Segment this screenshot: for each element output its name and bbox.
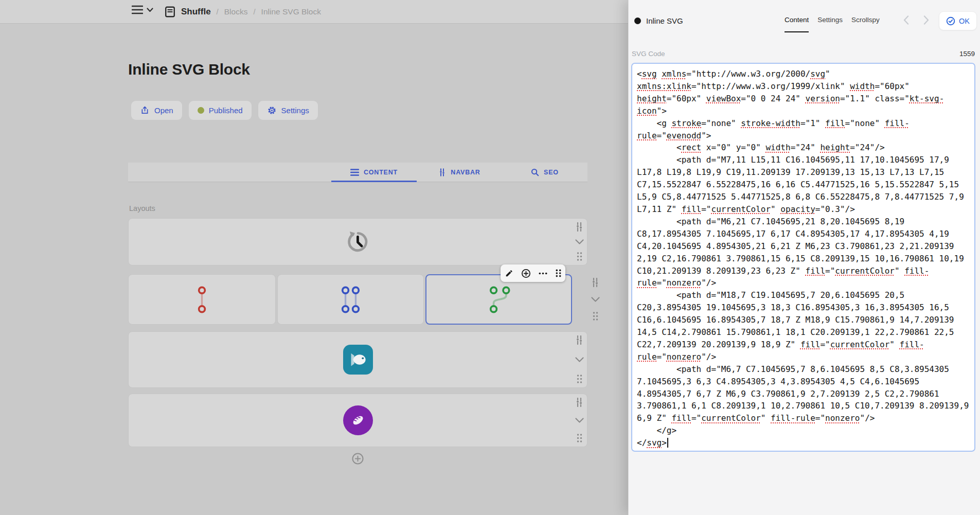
open-button-label: Open bbox=[154, 106, 173, 115]
ok-button[interactable]: OK bbox=[939, 11, 977, 30]
open-external-icon bbox=[140, 105, 150, 115]
breadcrumb-separator: / bbox=[253, 7, 255, 16]
block-settings-icon[interactable] bbox=[591, 278, 600, 287]
published-dot-icon bbox=[198, 107, 204, 114]
bread-icon bbox=[343, 405, 373, 435]
block-collapse-icon[interactable] bbox=[575, 357, 584, 362]
list-lines-icon bbox=[350, 169, 359, 176]
block-controls-rail bbox=[589, 278, 602, 321]
sliders-icon bbox=[438, 168, 446, 176]
settings-button[interactable]: Settings bbox=[258, 101, 318, 120]
hamburger-icon bbox=[132, 5, 143, 14]
block-drag-handle-icon[interactable] bbox=[576, 433, 583, 443]
tab-content-label: CONTENT bbox=[364, 169, 398, 176]
editor-canvas: Shuffle / Blocks / Inline SVG Block Inli… bbox=[0, 0, 628, 515]
git-branch-green-icon bbox=[485, 286, 512, 313]
breadcrumb-separator: / bbox=[217, 7, 219, 16]
svg-code-field-header: SVG Code 1559 bbox=[632, 50, 975, 58]
edit-pencil-icon[interactable] bbox=[505, 269, 513, 278]
layout-block-commits-blue[interactable] bbox=[277, 274, 424, 325]
panel-tab-scrollspy[interactable]: Scrollspy bbox=[851, 16, 880, 24]
breadcrumb-app[interactable]: Shuffle bbox=[181, 7, 211, 17]
layout-block-commit-red[interactable] bbox=[128, 274, 276, 325]
block-collapse-icon[interactable] bbox=[575, 239, 584, 244]
gear-icon bbox=[267, 105, 277, 115]
git-commits-blue-icon bbox=[337, 286, 364, 313]
tab-seo[interactable]: SEO bbox=[502, 163, 587, 182]
block-controls-rail bbox=[573, 398, 586, 443]
layout-block-bread[interactable] bbox=[128, 394, 587, 447]
block-settings-icon[interactable] bbox=[575, 398, 584, 407]
search-icon bbox=[531, 168, 539, 176]
top-bar: Shuffle / Blocks / Inline SVG Block bbox=[0, 0, 628, 24]
drag-handle-icon[interactable] bbox=[555, 269, 562, 277]
add-circle-icon[interactable] bbox=[521, 269, 531, 278]
block-drag-handle-icon[interactable] bbox=[576, 252, 583, 261]
svg-code-text: <svg xmlns="http://www.w3.org/2000/svg" … bbox=[637, 68, 970, 449]
journal-icon bbox=[165, 6, 175, 17]
panel-tab-settings[interactable]: Settings bbox=[817, 16, 843, 24]
history-clock-icon bbox=[346, 230, 370, 254]
block-collapse-icon[interactable] bbox=[575, 418, 584, 423]
fish-icon bbox=[343, 345, 373, 375]
chevron-down-icon bbox=[147, 8, 153, 12]
block-drag-handle-icon[interactable] bbox=[592, 311, 599, 321]
layout-row-1 bbox=[128, 218, 587, 265]
breadcrumb-section[interactable]: Blocks bbox=[224, 7, 248, 16]
block-editor-panel: Inline SVG Content Settings Scrollspy OK… bbox=[628, 0, 980, 515]
main-menu-button[interactable] bbox=[132, 5, 153, 14]
panel-tab-content[interactable]: Content bbox=[785, 16, 809, 24]
tab-seo-label: SEO bbox=[544, 169, 559, 176]
svg-code-editor[interactable]: <svg xmlns="http://www.w3.org/2000/svg" … bbox=[631, 63, 975, 452]
block-settings-icon[interactable] bbox=[575, 222, 584, 232]
page-title: Inline SVG Block bbox=[128, 61, 250, 78]
layouts-section-label: Layouts bbox=[129, 204, 155, 212]
block-controls-rail bbox=[573, 222, 586, 261]
plus-circle-icon bbox=[351, 452, 365, 466]
panel-tabs: Content Settings Scrollspy bbox=[785, 16, 880, 24]
layout-row-2 bbox=[128, 274, 587, 325]
layout-row-4 bbox=[128, 394, 587, 447]
block-tabs: CONTENT NAVBAR SEO bbox=[128, 163, 587, 182]
ok-button-label: OK bbox=[959, 17, 970, 25]
block-controls-rail bbox=[573, 335, 586, 384]
more-options-icon[interactable] bbox=[539, 272, 547, 275]
layout-block-history[interactable] bbox=[128, 218, 587, 265]
char-count: 1559 bbox=[959, 50, 975, 58]
check-circle-icon bbox=[946, 16, 955, 26]
published-status-button[interactable]: Published bbox=[189, 101, 252, 120]
git-commit-red-icon bbox=[195, 286, 209, 313]
block-hover-toolbar bbox=[501, 264, 565, 282]
block-drag-handle-icon[interactable] bbox=[576, 374, 583, 384]
breadcrumb-current: Inline SVG Block bbox=[261, 7, 321, 16]
layout-block-fish[interactable] bbox=[128, 331, 587, 388]
block-collapse-icon[interactable] bbox=[591, 297, 600, 302]
open-button[interactable]: Open bbox=[131, 101, 182, 120]
tabbar-spacer bbox=[128, 163, 331, 182]
tab-navbar[interactable]: NAVBAR bbox=[417, 163, 502, 182]
panel-title: Inline SVG bbox=[646, 16, 683, 25]
page-actions: Open Published Settings bbox=[131, 101, 318, 120]
breadcrumb: Shuffle / Blocks / Inline SVG Block bbox=[165, 0, 321, 23]
prev-block-button[interactable] bbox=[903, 15, 909, 25]
block-settings-icon[interactable] bbox=[575, 335, 584, 345]
tab-content[interactable]: CONTENT bbox=[331, 163, 417, 182]
tab-navbar-label: NAVBAR bbox=[451, 169, 480, 176]
published-label: Published bbox=[209, 106, 243, 115]
layout-row-3 bbox=[128, 331, 587, 388]
block-type-dot-icon bbox=[634, 17, 641, 24]
next-block-button[interactable] bbox=[923, 15, 929, 25]
settings-button-label: Settings bbox=[281, 106, 309, 115]
svg-code-label: SVG Code bbox=[632, 50, 665, 58]
add-block-button[interactable] bbox=[351, 452, 365, 466]
